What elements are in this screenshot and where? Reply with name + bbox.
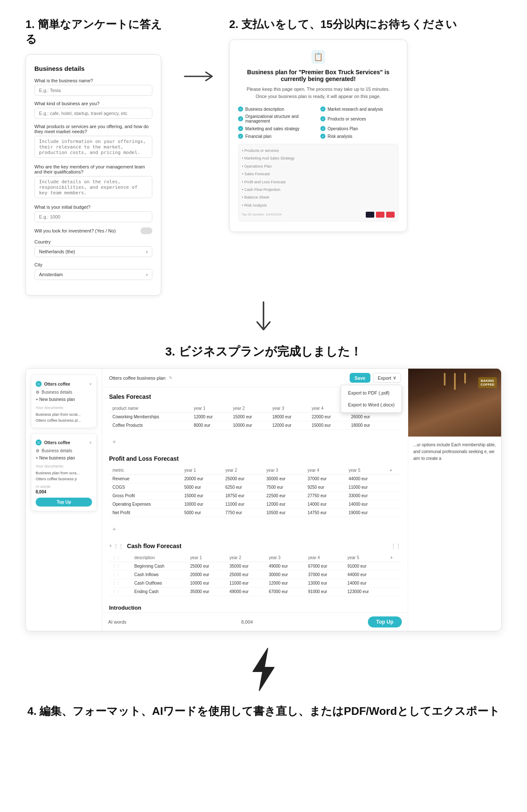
col-add[interactable]: + <box>387 554 401 562</box>
cell-y1: 5000 eur <box>181 509 222 517</box>
cell-y4: 15000 eur <box>308 421 348 430</box>
checklist-item: ✓ Operations Plan <box>320 126 398 131</box>
cell-y4: 67000 eur <box>305 562 344 571</box>
input-business-name[interactable] <box>34 85 152 96</box>
sidebar-brand-inner: O Otters coffee ∨ <box>36 379 92 389</box>
export-label: Export <box>378 375 391 381</box>
cell-y3: 18000 eur <box>269 413 308 421</box>
cell-y4: 91000 eur <box>305 588 344 596</box>
checklist-label: Business description <box>245 107 284 112</box>
col-add[interactable]: + <box>386 466 401 475</box>
cell-y5: 11000 eur <box>345 483 386 492</box>
sidebar-doc1-outer[interactable]: Business plan from scra... <box>36 470 92 476</box>
sidebar-doc2-outer[interactable]: Otters coffee business p <box>36 476 92 482</box>
check-icon: ✓ <box>320 116 325 121</box>
cell-metric: COGS <box>109 483 181 492</box>
cashflow-section: + ⋮⋮ Cash flow Forecast ⋮⋮ ⋮⋮ descriptio… <box>109 543 401 596</box>
table-row: Revenue 20000 eur 25000 eur 30000 eur 37… <box>109 475 401 483</box>
cell-y2: 25000 eur <box>226 571 266 579</box>
profit-loss-title: Profit and Loss Forecast <box>109 455 401 462</box>
label-business-kind: What kind of business are you? <box>34 101 152 106</box>
field-budget: What is your initial budget? <box>34 204 152 222</box>
save-button[interactable]: Save <box>350 373 371 383</box>
col-year2: year 2 <box>230 404 269 413</box>
topup-button-sidebar[interactable]: Top Up <box>36 498 92 507</box>
sidebar-business-details-inner[interactable]: ⚙ Business details <box>36 389 92 396</box>
drag-handle: ⋮⋮ <box>109 579 131 588</box>
cell-y4: 27750 eur <box>304 492 345 500</box>
col-product-name: product name <box>109 404 190 413</box>
export-dropdown: Export to PDF (.pdf) Export to Word (.do… <box>341 385 402 413</box>
cell-y3: 30000 eur <box>263 475 304 483</box>
textarea-products[interactable] <box>34 136 152 158</box>
step4-section: 4. 編集、フォーマット、AIワードを使用して書き直し、またはPDF/Wordと… <box>25 703 502 719</box>
input-budget[interactable] <box>34 211 152 222</box>
cell-y3: 7500 eur <box>263 483 304 492</box>
export-button[interactable]: Export ∨ <box>373 373 401 383</box>
drag-handle: ⋮⋮ <box>109 588 131 596</box>
gear-icon-outer: ⚙ <box>36 448 39 453</box>
cell-y2: 11000 eur <box>226 579 266 588</box>
app-right-panel: BAKINGCOFFEE ...ur options include Each … <box>408 369 501 631</box>
label-city: City <box>34 262 152 267</box>
profit-loss-table: metric year 1 year 2 year 3 year 4 year … <box>109 466 401 517</box>
brand-dot-icon-outer: O <box>36 440 42 445</box>
input-business-kind[interactable] <box>34 108 152 119</box>
field-country: Country Netherlands (the) › <box>34 239 152 257</box>
table-row: Operating Expenses 10000 eur 11000 eur 1… <box>109 500 401 509</box>
table-row: Net Profit 5000 eur 7750 eur 10500 eur 1… <box>109 509 401 517</box>
export-pdf-item[interactable]: Export to PDF (.pdf) <box>341 387 401 399</box>
table-row: Gross Profit 15000 eur 18750 eur 22500 e… <box>109 492 401 500</box>
cell-metric: Net Profit <box>109 509 181 517</box>
table-row: ⋮⋮ Beginning Cash 25000 eur 35000 eur 49… <box>109 562 401 571</box>
sidebar-docs-section-inner: Your documents: <box>36 406 92 410</box>
checklist-item: ✓ Marketing and sales strategy <box>238 126 316 131</box>
col-year4: year 4 <box>304 466 345 475</box>
cell-y3: 22500 eur <box>263 492 304 500</box>
cell-y5: 91000 eur <box>344 562 387 571</box>
cell-y3: 30000 eur <box>265 571 305 579</box>
cell-product: Coffee Products <box>109 421 190 430</box>
logo-emoji: 📋 <box>314 52 323 62</box>
select-city[interactable]: Amsterdam › <box>34 269 152 280</box>
textarea-team[interactable] <box>34 176 152 198</box>
business-form-card: Business details What is the business na… <box>25 54 161 296</box>
col-year5: year 5 <box>345 466 386 475</box>
add-row-sales[interactable]: + <box>109 437 401 447</box>
select-country[interactable]: Netherlands (the) › <box>34 246 152 257</box>
sidebar-new-plan-outer[interactable]: + New business plan <box>36 454 92 462</box>
col-description: description <box>131 554 187 562</box>
cell-y5: 33000 eur <box>345 492 386 500</box>
generating-card: 📋 Business plan for "Premier Box Truck S… <box>229 39 407 232</box>
cell-y4: 14750 eur <box>304 509 345 517</box>
cell-y5: 14000 eur <box>344 579 387 588</box>
step2-heading: 2. 支払いをして、15分以内にお待ちください <box>229 17 457 32</box>
export-word-item[interactable]: Export to Word (.docx) <box>341 399 401 411</box>
label-products: What products or services are you offeri… <box>34 124 152 134</box>
cell-y1: 12000 eur <box>190 413 230 421</box>
topup-button-main[interactable]: Top Up <box>368 616 402 627</box>
cell-y2: 6250 eur <box>222 483 263 492</box>
cell-y3: 10500 eur <box>263 509 304 517</box>
cell-y5: 14000 eur <box>345 500 386 509</box>
cell-y1: 10000 eur <box>187 579 226 588</box>
sidebar-business-details-outer[interactable]: ⚙ Business details <box>36 447 92 454</box>
sidebar-new-plan-inner[interactable]: + New business plan <box>36 396 92 403</box>
ai-words-row: 8,004 <box>36 490 92 494</box>
cell-y5: 19000 eur <box>345 509 386 517</box>
checklist-label: Operations Plan <box>328 126 358 131</box>
edit-icon[interactable]: ✎ <box>169 375 172 380</box>
cashflow-title: Cash flow Forecast <box>127 543 181 549</box>
sidebar-brand-outer: O Otters coffee ∨ <box>36 438 92 447</box>
investment-toggle[interactable] <box>140 227 152 234</box>
arrow-down-icon <box>251 300 276 335</box>
country-value: Netherlands (the) <box>39 249 75 254</box>
cell-y2: 7750 eur <box>222 509 263 517</box>
cell-y3: 67000 eur <box>265 588 305 596</box>
sidebar-doc2-inner[interactable]: Otters coffee business pl... <box>36 417 92 423</box>
ai-words-count-main: 8,004 <box>241 619 253 624</box>
cell-y2: 49000 eur <box>226 588 266 596</box>
cell-y4: 14000 eur <box>304 500 345 509</box>
sidebar-doc1-inner[interactable]: Business plan from scrat... <box>36 412 92 417</box>
add-row-pl[interactable]: + <box>109 524 401 534</box>
